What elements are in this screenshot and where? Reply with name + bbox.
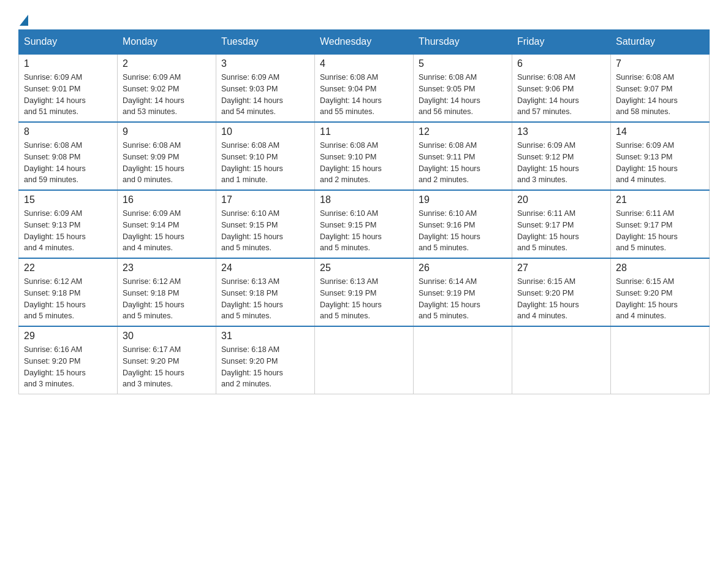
day-info: Sunrise: 6:08 AMSunset: 9:05 PMDaylight:… [419, 72, 507, 118]
day-info: Sunrise: 6:15 AMSunset: 9:20 PMDaylight:… [616, 276, 704, 322]
day-number: 5 [419, 58, 507, 69]
day-number: 15 [24, 194, 112, 205]
empty-cell [414, 326, 512, 394]
day-info: Sunrise: 6:09 AMSunset: 9:13 PMDaylight:… [616, 140, 704, 186]
calendar-week-row: 8Sunrise: 6:08 AMSunset: 9:08 PMDaylight… [19, 122, 710, 190]
empty-cell [315, 326, 414, 394]
calendar-day-cell: 24Sunrise: 6:13 AMSunset: 9:18 PMDayligh… [216, 258, 315, 326]
day-number: 6 [517, 58, 605, 69]
calendar-day-cell: 2Sunrise: 6:09 AMSunset: 9:02 PMDaylight… [118, 54, 216, 122]
calendar-day-cell: 27Sunrise: 6:15 AMSunset: 9:20 PMDayligh… [512, 258, 611, 326]
calendar-header-row: SundayMondayTuesdayWednesdayThursdayFrid… [19, 30, 710, 55]
day-info: Sunrise: 6:08 AMSunset: 9:10 PMDaylight:… [221, 140, 309, 186]
day-number: 26 [419, 262, 507, 274]
day-info: Sunrise: 6:10 AMSunset: 9:15 PMDaylight:… [221, 208, 309, 254]
calendar-week-row: 15Sunrise: 6:09 AMSunset: 9:13 PMDayligh… [19, 190, 710, 258]
page-header [18, 12, 710, 23]
calendar-day-cell: 14Sunrise: 6:09 AMSunset: 9:13 PMDayligh… [611, 122, 710, 190]
day-info: Sunrise: 6:16 AMSunset: 9:20 PMDaylight:… [24, 344, 112, 390]
day-number: 3 [221, 58, 309, 69]
day-number: 13 [517, 126, 605, 137]
calendar-day-cell: 13Sunrise: 6:09 AMSunset: 9:12 PMDayligh… [512, 122, 611, 190]
calendar-day-cell: 20Sunrise: 6:11 AMSunset: 9:17 PMDayligh… [512, 190, 611, 258]
day-info: Sunrise: 6:09 AMSunset: 9:13 PMDaylight:… [24, 208, 112, 254]
weekday-header-sunday: Sunday [19, 30, 118, 55]
day-info: Sunrise: 6:13 AMSunset: 9:18 PMDaylight:… [221, 276, 309, 322]
day-number: 8 [24, 126, 112, 137]
day-number: 21 [616, 194, 704, 205]
day-number: 1 [24, 58, 112, 69]
day-number: 10 [221, 126, 309, 137]
calendar-day-cell: 11Sunrise: 6:08 AMSunset: 9:10 PMDayligh… [315, 122, 414, 190]
day-info: Sunrise: 6:17 AMSunset: 9:20 PMDaylight:… [123, 344, 211, 390]
calendar-day-cell: 29Sunrise: 6:16 AMSunset: 9:20 PMDayligh… [19, 326, 118, 394]
calendar-day-cell: 6Sunrise: 6:08 AMSunset: 9:06 PMDaylight… [512, 54, 611, 122]
day-info: Sunrise: 6:08 AMSunset: 9:04 PMDaylight:… [320, 72, 408, 118]
day-number: 31 [221, 331, 309, 342]
calendar-day-cell: 4Sunrise: 6:08 AMSunset: 9:04 PMDaylight… [315, 54, 414, 122]
day-info: Sunrise: 6:08 AMSunset: 9:09 PMDaylight:… [123, 140, 211, 186]
empty-cell [512, 326, 611, 394]
calendar-table: SundayMondayTuesdayWednesdayThursdayFrid… [18, 29, 710, 394]
day-info: Sunrise: 6:10 AMSunset: 9:16 PMDaylight:… [419, 208, 507, 254]
day-info: Sunrise: 6:12 AMSunset: 9:18 PMDaylight:… [24, 276, 112, 322]
day-info: Sunrise: 6:09 AMSunset: 9:01 PMDaylight:… [24, 72, 112, 118]
calendar-day-cell: 12Sunrise: 6:08 AMSunset: 9:11 PMDayligh… [414, 122, 512, 190]
day-info: Sunrise: 6:09 AMSunset: 9:02 PMDaylight:… [123, 72, 211, 118]
day-number: 7 [616, 58, 704, 69]
day-info: Sunrise: 6:13 AMSunset: 9:19 PMDaylight:… [320, 276, 408, 322]
day-number: 12 [419, 126, 507, 137]
day-number: 9 [123, 126, 211, 137]
day-info: Sunrise: 6:09 AMSunset: 9:12 PMDaylight:… [517, 140, 605, 186]
day-number: 23 [123, 262, 211, 274]
day-info: Sunrise: 6:08 AMSunset: 9:08 PMDaylight:… [24, 140, 112, 186]
weekday-header-friday: Friday [512, 30, 611, 55]
calendar-day-cell: 28Sunrise: 6:15 AMSunset: 9:20 PMDayligh… [611, 258, 710, 326]
day-info: Sunrise: 6:09 AMSunset: 9:03 PMDaylight:… [221, 72, 309, 118]
day-number: 2 [123, 58, 211, 69]
day-info: Sunrise: 6:11 AMSunset: 9:17 PMDaylight:… [517, 208, 605, 254]
day-info: Sunrise: 6:08 AMSunset: 9:07 PMDaylight:… [616, 72, 704, 118]
weekday-header-saturday: Saturday [611, 30, 710, 55]
day-number: 16 [123, 194, 211, 205]
day-number: 28 [616, 262, 704, 274]
day-info: Sunrise: 6:12 AMSunset: 9:18 PMDaylight:… [123, 276, 211, 322]
calendar-day-cell: 9Sunrise: 6:08 AMSunset: 9:09 PMDaylight… [118, 122, 216, 190]
day-number: 11 [320, 126, 408, 137]
day-info: Sunrise: 6:10 AMSunset: 9:15 PMDaylight:… [320, 208, 408, 254]
calendar-day-cell: 1Sunrise: 6:09 AMSunset: 9:01 PMDaylight… [19, 54, 118, 122]
calendar-week-row: 1Sunrise: 6:09 AMSunset: 9:01 PMDaylight… [19, 54, 710, 122]
calendar-day-cell: 19Sunrise: 6:10 AMSunset: 9:16 PMDayligh… [414, 190, 512, 258]
calendar-week-row: 22Sunrise: 6:12 AMSunset: 9:18 PMDayligh… [19, 258, 710, 326]
day-info: Sunrise: 6:18 AMSunset: 9:20 PMDaylight:… [221, 344, 309, 390]
calendar-day-cell: 21Sunrise: 6:11 AMSunset: 9:17 PMDayligh… [611, 190, 710, 258]
weekday-header-monday: Monday [118, 30, 216, 55]
calendar-day-cell: 25Sunrise: 6:13 AMSunset: 9:19 PMDayligh… [315, 258, 414, 326]
day-number: 22 [24, 262, 112, 274]
calendar-day-cell: 26Sunrise: 6:14 AMSunset: 9:19 PMDayligh… [414, 258, 512, 326]
day-info: Sunrise: 6:08 AMSunset: 9:06 PMDaylight:… [517, 72, 605, 118]
day-number: 14 [616, 126, 704, 137]
logo-arrow-icon [20, 15, 28, 26]
day-number: 25 [320, 262, 408, 274]
weekday-header-wednesday: Wednesday [315, 30, 414, 55]
weekday-header-thursday: Thursday [414, 30, 512, 55]
day-info: Sunrise: 6:14 AMSunset: 9:19 PMDaylight:… [419, 276, 507, 322]
calendar-day-cell: 22Sunrise: 6:12 AMSunset: 9:18 PMDayligh… [19, 258, 118, 326]
day-info: Sunrise: 6:15 AMSunset: 9:20 PMDaylight:… [517, 276, 605, 322]
calendar-week-row: 29Sunrise: 6:16 AMSunset: 9:20 PMDayligh… [19, 326, 710, 394]
day-number: 30 [123, 331, 211, 342]
day-number: 19 [419, 194, 507, 205]
logo [18, 12, 29, 23]
calendar-day-cell: 10Sunrise: 6:08 AMSunset: 9:10 PMDayligh… [216, 122, 315, 190]
calendar-day-cell: 8Sunrise: 6:08 AMSunset: 9:08 PMDaylight… [19, 122, 118, 190]
day-info: Sunrise: 6:08 AMSunset: 9:11 PMDaylight:… [419, 140, 507, 186]
day-number: 27 [517, 262, 605, 274]
calendar-day-cell: 15Sunrise: 6:09 AMSunset: 9:13 PMDayligh… [19, 190, 118, 258]
day-number: 29 [24, 331, 112, 342]
empty-cell [611, 326, 710, 394]
day-info: Sunrise: 6:11 AMSunset: 9:17 PMDaylight:… [616, 208, 704, 254]
calendar-day-cell: 18Sunrise: 6:10 AMSunset: 9:15 PMDayligh… [315, 190, 414, 258]
calendar-day-cell: 3Sunrise: 6:09 AMSunset: 9:03 PMDaylight… [216, 54, 315, 122]
day-info: Sunrise: 6:09 AMSunset: 9:14 PMDaylight:… [123, 208, 211, 254]
